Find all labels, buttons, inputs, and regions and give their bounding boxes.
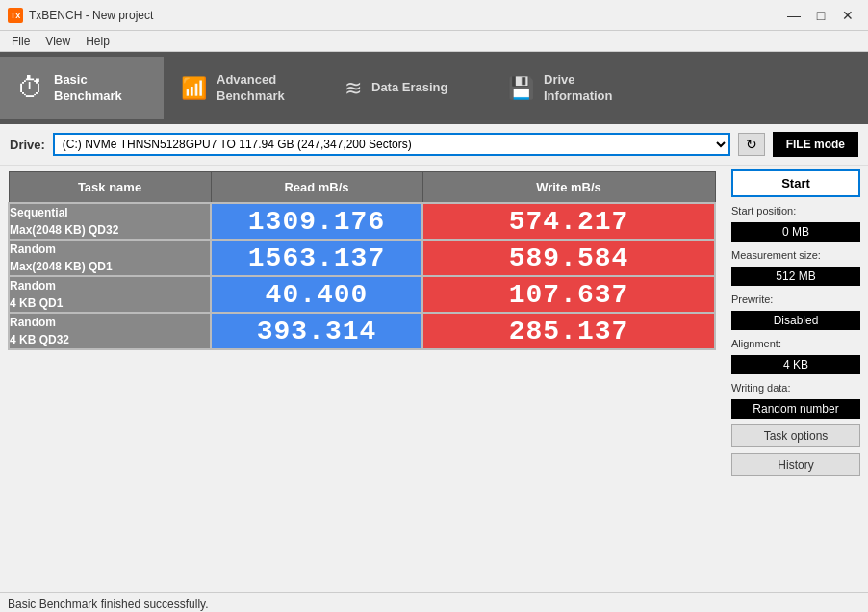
prewrite-value: Disabled — [731, 311, 860, 330]
advanced-benchmark-icon: 📶 — [181, 76, 207, 101]
window-controls: — □ ✕ — [781, 6, 860, 25]
statusbar: Basic Benchmark finished successfully. — [0, 592, 868, 612]
data-erasing-icon: ≋ — [345, 76, 362, 101]
minimize-button[interactable]: — — [781, 6, 806, 25]
start-button[interactable]: Start — [731, 169, 860, 197]
task-cell: Random4 KB QD32 — [9, 313, 211, 349]
read-cell: 40.400 — [211, 276, 422, 313]
file-mode-button[interactable]: FILE mode — [773, 132, 858, 157]
menu-file[interactable]: File — [4, 33, 38, 50]
benchmark-table-area: Task name Read mB/s Write mB/s Sequentia… — [0, 166, 724, 592]
app-icon: Tx — [8, 8, 23, 23]
col-read: Read mB/s — [211, 172, 422, 204]
task-options-button[interactable]: Task options — [731, 424, 860, 447]
benchmark-table: Task name Read mB/s Write mB/s Sequentia… — [8, 171, 716, 350]
col-task-name: Task name — [9, 172, 211, 204]
read-cell: 393.314 — [211, 313, 422, 349]
table-header-row: Task name Read mB/s Write mB/s — [9, 172, 715, 204]
col-write: Write mB/s — [422, 172, 715, 204]
tab-drive-information[interactable]: 💾 DriveInformation — [491, 57, 654, 119]
drive-row: Drive: (C:) NVMe THNSN5128GPU7 TO 117.94… — [0, 124, 868, 166]
alignment-label: Alignment: — [731, 338, 860, 349]
drive-information-label: DriveInformation — [544, 72, 613, 105]
alignment-value: 4 KB — [731, 355, 860, 374]
toolbar: ⏱ BasicBenchmark 📶 AdvancedBenchmark ≋ D… — [0, 52, 868, 124]
measurement-size-label: Measurement size: — [731, 249, 860, 261]
data-erasing-label: Data Erasing — [371, 80, 447, 96]
drive-refresh-button[interactable]: ↻ — [738, 133, 765, 156]
main-area: Task name Read mB/s Write mB/s Sequentia… — [0, 166, 868, 592]
sidebar: Start Start position: 0 MB Measurement s… — [724, 166, 868, 592]
start-position-value: 0 MB — [731, 222, 860, 242]
read-cell: 1563.137 — [211, 240, 422, 276]
drive-information-icon: 💾 — [508, 76, 534, 101]
tab-advanced-benchmark[interactable]: 📶 AdvancedBenchmark — [164, 57, 327, 119]
write-cell: 107.637 — [422, 276, 715, 313]
drive-select[interactable]: (C:) NVMe THNSN5128GPU7 TO 117.94 GB (24… — [53, 133, 730, 156]
table-row: Random4 KB QD140.400107.637 — [9, 276, 715, 313]
table-row: Random4 KB QD32393.314285.137 — [9, 313, 715, 349]
basic-benchmark-label: BasicBenchmark — [54, 72, 122, 105]
prewrite-label: Prewrite: — [731, 293, 860, 305]
close-button[interactable]: ✕ — [835, 6, 860, 25]
tab-basic-benchmark[interactable]: ⏱ BasicBenchmark — [0, 57, 164, 119]
maximize-button[interactable]: □ — [808, 6, 833, 25]
drive-label: Drive: — [10, 138, 45, 152]
table-row: RandomMax(2048 KB) QD11563.137589.584 — [9, 240, 715, 276]
write-cell: 574.217 — [422, 203, 715, 240]
advanced-benchmark-label: AdvancedBenchmark — [217, 72, 285, 105]
start-position-label: Start position: — [731, 205, 860, 217]
writing-data-label: Writing data: — [731, 382, 860, 394]
read-cell: 1309.176 — [211, 203, 422, 240]
writing-data-value: Random number — [731, 399, 860, 419]
table-row: SequentialMax(2048 KB) QD321309.176574.2… — [9, 203, 715, 240]
history-button[interactable]: History — [731, 453, 860, 476]
refresh-icon: ↻ — [746, 137, 757, 152]
task-cell: RandomMax(2048 KB) QD1 — [9, 240, 211, 276]
tab-data-erasing[interactable]: ≋ Data Erasing — [327, 57, 491, 119]
titlebar: Tx TxBENCH - New project — □ ✕ — [0, 0, 868, 31]
window-title: TxBENCH - New project — [29, 9, 781, 22]
measurement-size-value: 512 MB — [731, 267, 860, 286]
menu-view[interactable]: View — [38, 33, 78, 50]
menu-help[interactable]: Help — [78, 33, 117, 50]
basic-benchmark-icon: ⏱ — [17, 72, 44, 104]
write-cell: 285.137 — [422, 313, 715, 349]
menubar: File View Help — [0, 31, 868, 52]
status-message: Basic Benchmark finished successfully. — [8, 598, 209, 611]
task-cell: SequentialMax(2048 KB) QD32 — [9, 203, 211, 240]
write-cell: 589.584 — [422, 240, 715, 276]
task-cell: Random4 KB QD1 — [9, 276, 211, 313]
